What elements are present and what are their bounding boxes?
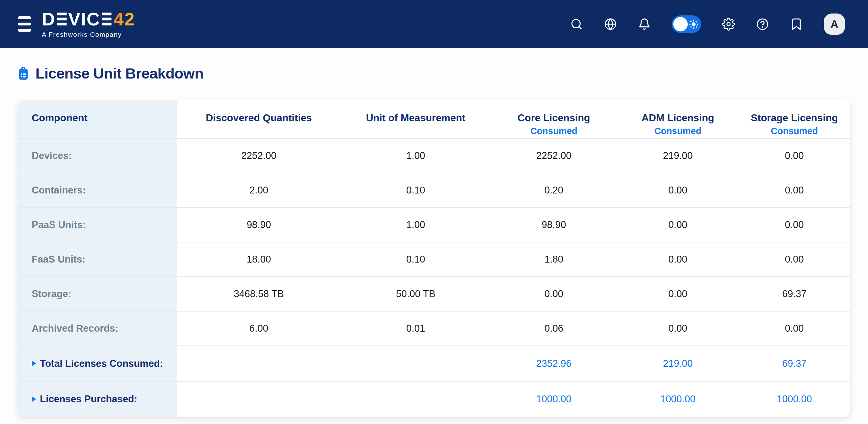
cell-value: 0.00 — [617, 208, 739, 242]
consumed-sublabel: Consumed — [739, 126, 850, 136]
cell-value — [177, 346, 341, 381]
cell-value: 0.10 — [341, 242, 491, 277]
cell-value: 0.00 — [617, 311, 739, 346]
cell-value: 1.80 — [491, 242, 617, 277]
table-row-licenses-purchased: Licenses Purchased: 1000.00 1000.00 1000… — [18, 381, 850, 417]
table-row-storage: Storage: 3468.58 TB 50.00 TB 0.00 0.00 6… — [18, 277, 850, 311]
cell-value: 1000.00 — [617, 381, 739, 417]
cell-value: 0.00 — [739, 173, 850, 208]
row-label: Storage: — [18, 277, 177, 311]
cell-value: 1000.00 — [491, 381, 617, 417]
main-content: License Unit Breakdown Component Discove… — [0, 65, 868, 417]
cell-value: 0.20 — [491, 173, 617, 208]
settings-gear-icon[interactable] — [722, 18, 735, 31]
sun-icon — [688, 19, 699, 30]
theme-toggle[interactable] — [672, 16, 701, 33]
row-label: FaaS Units: — [18, 242, 177, 277]
license-breakdown-table-card: Component Discovered Quantities Unit of … — [18, 100, 850, 417]
logo-e-glyph — [57, 12, 67, 25]
license-breakdown-table: Component Discovered Quantities Unit of … — [18, 100, 850, 417]
column-header-adm-licensing: ADM Licensing Consumed — [617, 100, 739, 139]
cell-value: 0.00 — [739, 139, 850, 173]
table-row-archived-records: Archived Records: 6.00 0.01 0.06 0.00 0.… — [18, 311, 850, 346]
cell-value: 219.00 — [617, 346, 739, 381]
expand-triangle-icon — [32, 396, 36, 402]
table-row-containers: Containers: 2.00 0.10 0.20 0.00 0.00 — [18, 173, 850, 208]
cell-value: 1.00 — [341, 208, 491, 242]
user-avatar[interactable]: A — [824, 13, 845, 35]
help-icon[interactable] — [756, 18, 769, 31]
cell-value: 0.00 — [739, 311, 850, 346]
cell-value: 0.00 — [617, 242, 739, 277]
cell-value: 0.00 — [739, 242, 850, 277]
page-title: License Unit Breakdown — [35, 65, 204, 82]
table-row-devices: Devices: 2252.00 1.00 2252.00 219.00 0.0… — [18, 139, 850, 173]
consumed-sublabel: Consumed — [617, 126, 739, 136]
bookmark-icon[interactable] — [790, 18, 803, 31]
column-header-core-licensing: Core Licensing Consumed — [491, 100, 617, 139]
expandable-row-label[interactable]: Licenses Purchased: — [18, 381, 177, 417]
cell-value: 2.00 — [177, 173, 341, 208]
table-header-row: Component Discovered Quantities Unit of … — [18, 100, 850, 139]
logo-e-glyph — [102, 12, 112, 25]
cell-value — [177, 381, 341, 417]
table-row-total-licenses-consumed: Total Licenses Consumed: 2352.96 219.00 … — [18, 346, 850, 381]
cell-value: 2252.00 — [177, 139, 341, 173]
cell-value: 1000.00 — [739, 381, 850, 417]
cell-value — [341, 381, 491, 417]
cell-value: 98.90 — [177, 208, 341, 242]
cell-value: 219.00 — [617, 139, 739, 173]
logo-42: 42 — [114, 10, 135, 28]
cell-value: 0.10 — [341, 173, 491, 208]
cell-value: 2352.96 — [491, 346, 617, 381]
cell-value: 18.00 — [177, 242, 341, 277]
expand-triangle-icon — [32, 361, 36, 366]
cell-value: 0.00 — [617, 173, 739, 208]
cell-value: 69.37 — [739, 346, 850, 381]
cell-value: 0.00 — [491, 277, 617, 311]
cell-value: 0.01 — [341, 311, 491, 346]
page-title-row: License Unit Breakdown — [18, 65, 850, 82]
cell-value: 69.37 — [739, 277, 850, 311]
clipboard-list-icon — [18, 67, 29, 81]
cell-value: 6.00 — [177, 311, 341, 346]
search-icon[interactable] — [570, 18, 583, 31]
cell-value — [341, 346, 491, 381]
cell-value: 50.00 TB — [341, 277, 491, 311]
column-header-discovered-quantities: Discovered Quantities — [177, 100, 341, 139]
cell-value: 0.00 — [617, 277, 739, 311]
globe-icon[interactable] — [604, 18, 617, 31]
column-header-storage-licensing: Storage Licensing Consumed — [739, 100, 850, 139]
cell-value: 98.90 — [491, 208, 617, 242]
cell-value: 0.00 — [739, 208, 850, 242]
consumed-sublabel: Consumed — [491, 126, 617, 136]
navbar-actions: A — [570, 13, 845, 35]
toggle-knob — [673, 17, 688, 31]
logo-wordmark: D VIC 42 — [42, 10, 135, 28]
column-header-unit-of-measurement: Unit of Measurement — [341, 100, 491, 139]
hamburger-menu-icon[interactable] — [18, 16, 31, 32]
logo-tagline: A Freshworks Company — [42, 31, 135, 38]
expandable-row-label[interactable]: Total Licenses Consumed: — [18, 346, 177, 381]
column-header-component: Component — [18, 100, 177, 139]
table-row-faas-units: FaaS Units: 18.00 0.10 1.80 0.00 0.00 — [18, 242, 850, 277]
row-label: Containers: — [18, 173, 177, 208]
top-navbar: D VIC 42 A Freshworks Company — [0, 0, 868, 48]
table-row-paas-units: PaaS Units: 98.90 1.00 98.90 0.00 0.00 — [18, 208, 850, 242]
row-label: PaaS Units: — [18, 208, 177, 242]
cell-value: 2252.00 — [491, 139, 617, 173]
bell-icon[interactable] — [638, 18, 651, 31]
cell-value: 3468.58 TB — [177, 277, 341, 311]
row-label: Devices: — [18, 139, 177, 173]
row-label: Archived Records: — [18, 311, 177, 346]
device42-logo[interactable]: D VIC 42 A Freshworks Company — [42, 10, 135, 38]
cell-value: 1.00 — [341, 139, 491, 173]
cell-value: 0.06 — [491, 311, 617, 346]
